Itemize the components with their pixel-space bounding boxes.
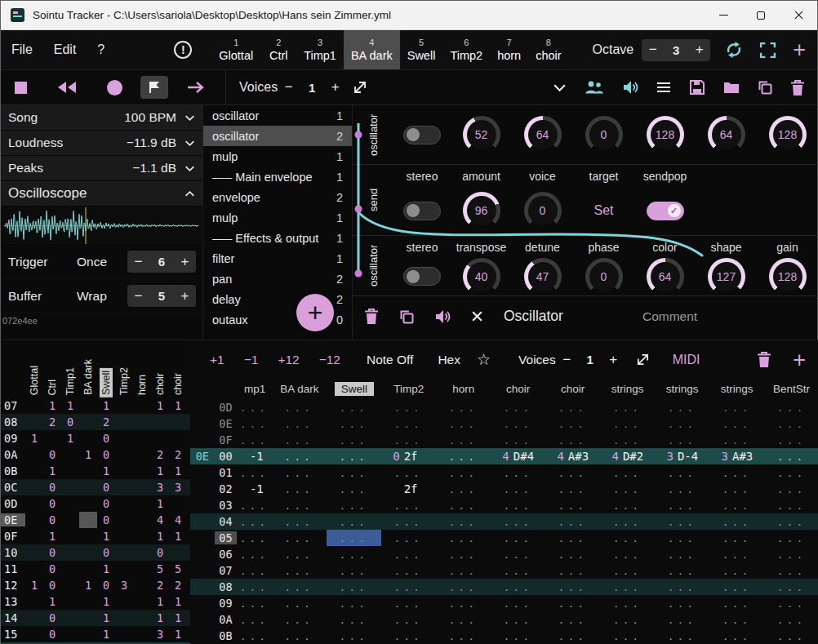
pattern-cell[interactable]: ... <box>655 497 709 513</box>
pattern-cell[interactable]: ... <box>655 562 709 579</box>
alert-icon[interactable]: ! <box>174 41 192 59</box>
song-cell[interactable]: 3 <box>169 479 187 495</box>
song-cell[interactable]: 0 <box>97 512 115 528</box>
pattern-cell[interactable]: ... <box>272 546 327 562</box>
song-cell[interactable]: 1 <box>169 593 187 610</box>
song-cell[interactable] <box>79 593 97 610</box>
instrument-voices-decrement-button[interactable]: − <box>278 79 300 95</box>
song-cell[interactable] <box>25 593 43 610</box>
pattern-cell[interactable]: ... <box>655 628 709 644</box>
song-cell[interactable] <box>25 626 43 642</box>
knob-shape[interactable]: 127 <box>708 258 745 295</box>
pattern-cell[interactable]: ... <box>237 628 271 644</box>
trigger-increment-button[interactable]: + <box>174 254 196 270</box>
octave-increment-button[interactable]: + <box>688 42 710 58</box>
close-button[interactable] <box>780 1 817 29</box>
pattern-cell[interactable]: ... <box>655 595 709 611</box>
load-instrument-button[interactable] <box>723 81 740 94</box>
pattern-cell[interactable]: ... <box>600 481 655 497</box>
pattern-cell[interactable]: 2f <box>381 481 436 497</box>
song-cell[interactable] <box>79 430 97 446</box>
pattern-cell[interactable]: ... <box>327 611 381 628</box>
pattern-cell[interactable]: ... <box>709 628 764 644</box>
song-cell[interactable]: 1 <box>97 593 115 610</box>
knob-voice[interactable]: 0 <box>524 192 562 229</box>
song-cell[interactable] <box>61 577 79 593</box>
choir-mode-button[interactable] <box>585 80 604 95</box>
pattern-cell[interactable]: ... <box>237 415 271 432</box>
pattern-cell[interactable]: ... <box>381 562 436 579</box>
pattern-cell[interactable]: ... <box>327 513 381 530</box>
pattern-cell[interactable]: ... <box>327 497 381 513</box>
song-cell[interactable] <box>115 430 133 446</box>
song-cell[interactable] <box>169 544 187 561</box>
song-cell[interactable] <box>169 430 187 446</box>
pattern-cell[interactable]: ... <box>709 611 764 628</box>
pattern-cell[interactable]: ... <box>709 579 764 595</box>
fullscreen-button[interactable] <box>759 42 776 59</box>
pattern-cell[interactable]: ... <box>491 513 545 530</box>
pattern-col-header-6[interactable]: choir <box>545 379 600 399</box>
pattern-cell[interactable]: ... <box>237 595 271 611</box>
pattern-cell[interactable]: ... <box>655 530 709 546</box>
song-cell[interactable]: 1 <box>169 528 187 544</box>
song-cell[interactable] <box>133 544 151 561</box>
unit-list-item[interactable]: pan2 <box>203 269 352 289</box>
pattern-cell[interactable]: ... <box>327 464 381 481</box>
song-cell[interactable] <box>115 593 133 610</box>
pattern-cell[interactable]: ... <box>381 513 436 530</box>
pattern-cell[interactable]: ... <box>545 562 600 579</box>
pattern-cell[interactable]: ... <box>545 530 600 546</box>
song-cell[interactable]: 1 <box>151 495 169 512</box>
song-cell[interactable] <box>115 479 133 495</box>
pattern-cell[interactable]: ... <box>655 481 709 497</box>
pattern-cell[interactable]: ... <box>709 464 764 481</box>
transpose-up-1-button[interactable]: +1 <box>210 353 225 367</box>
pattern-cell[interactable]: ... <box>491 415 545 432</box>
pattern-cell[interactable]: ... <box>381 628 436 644</box>
song-cell[interactable]: 0 <box>43 479 61 495</box>
pattern-cell[interactable]: ... <box>436 611 491 628</box>
pattern-cell[interactable]: 3D-4 <box>655 448 709 464</box>
pattern-cell[interactable]: ... <box>327 530 381 546</box>
knob-param[interactable]: 64 <box>524 116 562 153</box>
pattern-cell[interactable]: ... <box>600 464 655 481</box>
pattern-cell[interactable]: ... <box>327 415 381 432</box>
song-col-header-5[interactable]: Timp2 <box>115 340 133 398</box>
knob-param[interactable]: 52 <box>463 116 500 153</box>
pattern-cell[interactable]: 3A#3 <box>709 448 764 464</box>
menu-help[interactable]: ? <box>87 42 115 57</box>
song-cell[interactable] <box>61 479 79 495</box>
pattern-cell[interactable]: ... <box>600 415 655 432</box>
trigger-decrement-button[interactable]: − <box>127 254 149 270</box>
pattern-col-header-9[interactable]: strings <box>709 379 764 399</box>
pattern-cell[interactable]: ... <box>491 546 545 562</box>
copy-instrument-button[interactable] <box>758 80 772 95</box>
pattern-col-header-0[interactable]: mp1 <box>238 379 272 399</box>
pattern-cell[interactable]: ... <box>491 562 545 579</box>
delete-instrument-button[interactable] <box>790 79 805 96</box>
song-cell[interactable]: 3 <box>115 577 133 593</box>
unit-list-item[interactable]: envelope2 <box>203 187 352 207</box>
pattern-cell[interactable]: ... <box>764 448 818 464</box>
pattern-cell[interactable]: ... <box>436 628 491 644</box>
unit-list-item[interactable]: filter1 <box>203 248 352 269</box>
pattern-cell[interactable]: ... <box>491 579 545 595</box>
buffer-decrement-button[interactable]: − <box>127 288 149 304</box>
add-track-button[interactable]: + <box>793 41 806 59</box>
song-cell[interactable] <box>133 495 151 512</box>
unit-list-item[interactable]: ––– Main envelope1 <box>203 167 352 187</box>
pattern-cell[interactable]: ... <box>600 513 655 530</box>
pattern-cell[interactable]: ... <box>764 464 818 481</box>
song-cell[interactable]: 2 <box>169 446 187 463</box>
save-instrument-button[interactable] <box>689 79 705 95</box>
song-cell[interactable] <box>133 593 151 610</box>
song-col-header-8[interactable]: choir <box>169 340 187 398</box>
song-cell[interactable] <box>25 528 43 544</box>
pattern-cell[interactable]: -1 <box>237 481 271 497</box>
pattern-cell[interactable]: ... <box>545 464 600 481</box>
track-tab-choir[interactable]: 8choir <box>528 30 568 69</box>
pattern-cell[interactable]: 4A#3 <box>545 448 600 464</box>
pattern-cell[interactable]: ... <box>381 497 436 513</box>
knob-param[interactable]: 128 <box>647 116 684 153</box>
